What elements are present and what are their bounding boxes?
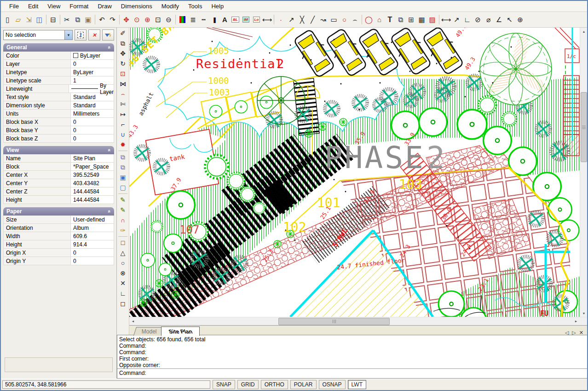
layout-manager-icon[interactable]: Lo	[251, 14, 262, 25]
zoom-previous-icon[interactable]: ⊖	[163, 14, 174, 25]
copy-icon[interactable]: ⧉	[72, 14, 83, 25]
selection-dropdown[interactable]: No selection ▼	[3, 30, 73, 40]
zoom-window-icon[interactable]: ⊡	[153, 14, 163, 25]
draw-ray-icon[interactable]: ↗	[286, 14, 297, 25]
select-objects-button[interactable]: ✕	[88, 29, 100, 41]
scroll-up-icon[interactable]: ▲	[580, 28, 588, 35]
offset-icon[interactable]: ∪	[117, 129, 128, 140]
lineweight-icon[interactable]: |||	[209, 14, 219, 25]
dim-aligned-icon[interactable]: ↗	[451, 14, 462, 25]
region-icon[interactable]: ▦	[416, 14, 427, 25]
zoom-realtime-icon[interactable]: ⊙	[132, 14, 142, 25]
color-control-icon[interactable]	[177, 14, 188, 25]
prop-row-orientation[interactable]: OrientationAlbum	[3, 224, 114, 232]
prop-row-center-x[interactable]: Center X395.52549	[3, 171, 114, 179]
quick-select-button[interactable]: 1	[75, 29, 86, 41]
linetype-icon[interactable]: ┅	[198, 14, 209, 25]
rotate-icon[interactable]: ↻	[117, 58, 128, 69]
toggle-lwt[interactable]: LWT	[348, 380, 366, 389]
toggle-ortho[interactable]: ORTHO	[261, 380, 288, 389]
dimension-style-icon[interactable]: ⟷	[262, 14, 272, 25]
scroll-down-icon[interactable]: ▼	[580, 309, 588, 317]
dim-radius-icon[interactable]: ⊘	[473, 14, 483, 25]
prop-row-block-base-y[interactable]: Block base Y0	[3, 126, 114, 134]
shape-corner-icon[interactable]: ∟	[117, 288, 128, 298]
toggle-snap[interactable]: SNAP	[213, 380, 235, 389]
mirror-icon[interactable]: ⋈	[117, 79, 128, 89]
paste-icon[interactable]: ▣	[83, 14, 93, 25]
move-icon[interactable]: ✥	[117, 48, 128, 58]
horizontal-scroll-thumb[interactable]	[278, 318, 390, 325]
dim-diameter-icon[interactable]: ⌀	[483, 14, 494, 25]
prop-row-center-y[interactable]: Center Y403.43482	[3, 179, 114, 187]
draw-line-icon[interactable]: ╱	[307, 14, 318, 25]
group-icon[interactable]: ⊞	[406, 14, 416, 25]
menu-dimensions[interactable]: Dimensions	[116, 2, 157, 11]
prop-row-lineweight[interactable]: LineweightBy Layer	[3, 85, 114, 93]
shape-circle-icon[interactable]: ○	[117, 258, 128, 268]
copy-tool-icon[interactable]: ⧉	[117, 38, 128, 48]
prop-row-view-height[interactable]: Height144.44584	[3, 196, 114, 204]
draw-rectangle-icon[interactable]: ▭	[329, 14, 339, 25]
shape-square-icon[interactable]: □	[117, 238, 128, 248]
scroll-left-icon[interactable]: ◄	[129, 318, 137, 325]
prop-row-center-z[interactable]: Center Z144.44584	[3, 187, 114, 196]
section-view-header[interactable]: View «	[3, 146, 114, 154]
draw-polyline-icon[interactable]: ↝	[318, 14, 329, 25]
section-general-header[interactable]: General «	[3, 43, 114, 52]
redo-icon[interactable]: ↷	[107, 14, 118, 25]
prop-row-paper-size[interactable]: SizeUser-defined	[3, 216, 114, 224]
open-icon[interactable]: ▱	[13, 14, 23, 25]
hatch-icon[interactable]: ▨	[427, 14, 438, 25]
prop-row-view-name[interactable]: NameSite Plan	[3, 154, 114, 163]
tab-model[interactable]: Model	[133, 327, 165, 336]
trim-icon[interactable]: ✄	[117, 99, 128, 109]
vertical-scrollbar[interactable]: ▲ ▼	[580, 28, 588, 317]
send-backward-icon[interactable]: ⧉	[117, 162, 128, 172]
menu-view[interactable]: View	[43, 2, 65, 11]
dim-center-mark-icon[interactable]: ⊕	[515, 14, 525, 25]
toggle-osnap[interactable]: OSNAP	[319, 380, 346, 389]
toggle-polar[interactable]: POLAR	[290, 380, 317, 389]
new-icon[interactable]: ▯	[2, 14, 13, 25]
extend-icon[interactable]: ↦	[117, 109, 128, 119]
menu-format[interactable]: Format	[65, 2, 93, 11]
shape-circle-cross-icon[interactable]: ⊗	[117, 268, 128, 278]
bring-forward-icon[interactable]: ⧉	[117, 152, 128, 162]
break-icon[interactable]: ⌐	[117, 119, 128, 129]
filter-button[interactable]: ϟ	[102, 29, 114, 41]
prop-row-linetype[interactable]: LinetypeByLayer	[3, 68, 114, 76]
insert-block-icon[interactable]: ⌂	[374, 14, 385, 25]
prop-row-paper-width[interactable]: Width609.6	[3, 232, 114, 240]
prop-row-origin-x[interactable]: Origin X0	[3, 249, 114, 257]
match-properties-icon[interactable]: ✎	[117, 195, 128, 205]
vertical-scroll-thumb[interactable]	[581, 92, 587, 162]
drawing-canvas[interactable]: NG SET BACK 1005 1000 1003 Residential 2…	[129, 28, 580, 317]
toggle-grid[interactable]: GRID	[237, 380, 259, 389]
cut-icon[interactable]: ✂	[62, 14, 72, 25]
prop-row-linetype-scale[interactable]: Linetype scale1	[3, 76, 114, 85]
prop-row-origin-y[interactable]: Origin Y0	[3, 257, 114, 265]
pan-icon[interactable]: ✥	[121, 14, 132, 25]
prop-row-dimension-style[interactable]: Dimension styleStandard	[3, 101, 114, 110]
match-text-properties-icon[interactable]: ✎	[117, 205, 128, 215]
prop-row-paper-height[interactable]: Height914.4	[3, 240, 114, 249]
menu-edit[interactable]: Edit	[23, 2, 43, 11]
prop-row-units[interactable]: UnitsMillimeters	[3, 110, 114, 118]
menu-draw[interactable]: Draw	[93, 2, 116, 11]
collapse-icon[interactable]: «	[107, 210, 112, 213]
explode-icon[interactable]: ✸	[117, 140, 128, 150]
draw-point-icon[interactable]: ·	[276, 14, 286, 25]
copy-entity-icon[interactable]: ⧉	[395, 14, 406, 25]
collapse-icon[interactable]: «	[107, 149, 112, 152]
prop-row-color[interactable]: ColorByLayer	[3, 52, 114, 60]
fillet-icon[interactable]: ⌢	[117, 89, 128, 99]
dim-linear-icon[interactable]: ⟷	[441, 14, 451, 25]
horizontal-scrollbar[interactable]: ◄ ►	[129, 317, 587, 325]
zoom-extents-icon[interactable]: ⊕	[142, 14, 153, 25]
edit-hatch-icon[interactable]: ✑	[117, 225, 128, 235]
send-to-back-icon[interactable]: ▢	[117, 182, 128, 193]
dropdown-arrow-icon[interactable]: ▼	[64, 30, 72, 40]
dim-leader-icon[interactable]: ↖	[504, 14, 515, 25]
erase-icon[interactable]: ✐	[117, 28, 128, 38]
